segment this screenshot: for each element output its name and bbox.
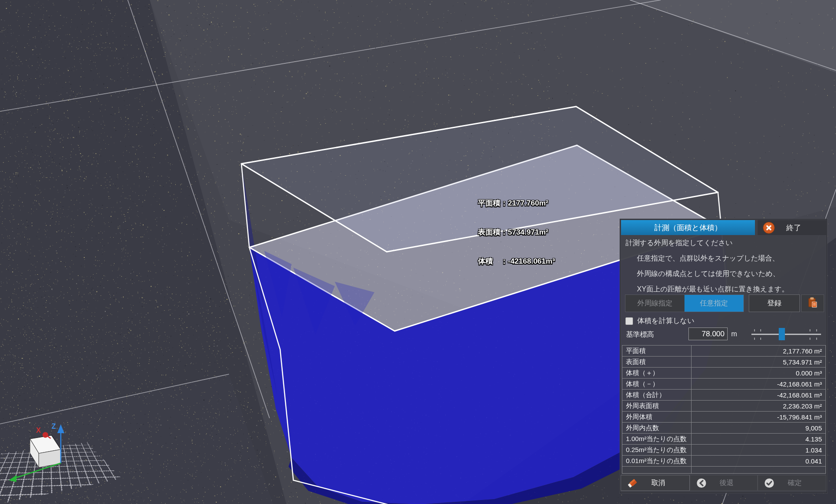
instruction-line: 任意指定で、点群以外をスナップした場合、 (637, 254, 836, 263)
tooltip-line-volume: 体積 ：-42168.061m³ (478, 257, 555, 266)
table-row: 0.25m²当たりの点数 1.034 (622, 445, 826, 456)
reference-elevation-row: 基準標高 m (620, 327, 827, 342)
table-row: 体積（合計） -42,168.061 m³ (622, 390, 826, 401)
free-specify-button[interactable]: 任意指定 (684, 295, 744, 312)
table-row: 体積（－） -42,168.061 m³ (622, 379, 826, 390)
instruction-line: 計測する外周を指定してください (625, 239, 832, 248)
exit-button[interactable]: 終了 (758, 220, 826, 235)
elevation-input[interactable] (688, 327, 728, 340)
table-row: 外周体積 -15,796.841 m³ (622, 412, 826, 423)
table-row-empty (622, 467, 826, 474)
cancel-label: 取消 (638, 478, 679, 488)
back-button[interactable]: 後退 (690, 475, 758, 491)
tooltip-line-area: 平面積：2177.760m² (478, 199, 555, 208)
viewport-3d[interactable]: Z X 平面積：2177.760m² 表面積：5734.971m² 体積 ：-4… (0, 0, 836, 504)
measure-panel: 計測（面積と体積） 終了 計測する外周を指定してください 任意指定で、点群以外を… (620, 219, 827, 493)
clipboard-icon (806, 296, 819, 310)
table-row: 表面積 5,734.971 m² (622, 357, 826, 368)
confirm-label: 確定 (774, 478, 815, 488)
action-button-row: 取消 後退 確定 (621, 475, 827, 491)
elevation-unit: m (731, 330, 737, 338)
exit-label: 終了 (786, 223, 801, 233)
confirm-button[interactable]: 確定 (758, 475, 826, 491)
confirm-icon (764, 478, 774, 488)
copy-to-clipboard-button[interactable] (801, 294, 824, 312)
panel-title: 計測（面積と体積） (654, 223, 721, 233)
axis-gizmo[interactable]: Z X (9, 423, 64, 482)
cancel-button[interactable]: 取消 (621, 475, 690, 491)
slider-track[interactable] (751, 334, 821, 335)
table-row: 平面積 2,177.760 m² (622, 346, 826, 357)
close-icon (763, 222, 775, 234)
panel-title-tab[interactable]: 計測（面積と体積） (621, 220, 755, 235)
checkbox-unchecked[interactable] (625, 317, 633, 325)
table-row: 外周表面積 2,236.203 m² (622, 401, 826, 412)
register-button[interactable]: 登録 (749, 294, 800, 312)
instruction-line: XY面上の距離が最も近い点群に置き換えます。 (637, 285, 836, 294)
z-axis-label: Z (52, 423, 56, 430)
tooltip-line-surface: 表面積：5734.971m² (478, 228, 555, 237)
mode-button-row: 外周線指定 任意指定 登録 (625, 294, 824, 312)
outline-specify-button[interactable]: 外周線指定 (625, 295, 684, 312)
checkbox-label: 体積を計算しない (637, 316, 695, 326)
elevation-label: 基準標高 (626, 330, 654, 339)
back-icon (696, 478, 707, 488)
x-axis-label: X (36, 427, 41, 434)
back-label: 後退 (707, 478, 747, 488)
eraser-icon (627, 478, 638, 488)
skip-volume-checkbox-row[interactable]: 体積を計算しない (625, 316, 695, 326)
results-table: 平面積 2,177.760 m² 表面積 5,734.971 m² 体積（＋） … (622, 345, 826, 474)
table-row: 0.01m²当たりの点数 0.041 (622, 456, 826, 467)
table-row: 体積（＋） 0.000 m³ (622, 368, 826, 379)
table-row: 外周内点数 9,005 (622, 423, 826, 434)
table-row: 1.00m²当たりの点数 4.135 (622, 434, 826, 445)
measurement-tooltip: 平面積：2177.760m² 表面積：5734.971m² 体積 ：-42168… (478, 179, 555, 286)
instruction-line: 外周線の構成点としては使用できないため、 (637, 269, 836, 279)
elevation-slider[interactable] (751, 327, 821, 341)
slider-handle[interactable] (779, 328, 785, 340)
